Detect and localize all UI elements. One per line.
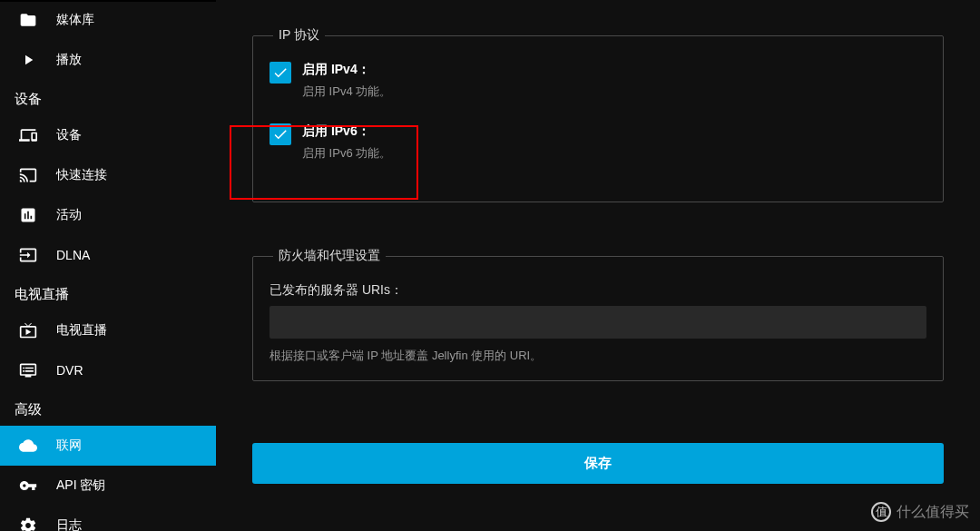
ipv4-desc: 启用 IPv4 功能。 bbox=[302, 84, 391, 100]
check-icon bbox=[272, 64, 289, 81]
sidebar-item-dlna[interactable]: DLNA bbox=[0, 235, 216, 275]
chart-icon bbox=[18, 205, 38, 225]
sidebar-item-label: 日志 bbox=[56, 517, 82, 531]
ipv6-text: 启用 IPv6： 启用 IPv6 功能。 bbox=[302, 123, 391, 162]
save-button[interactable]: 保存 bbox=[252, 443, 944, 484]
sidebar-item-label: 电视直播 bbox=[56, 322, 107, 339]
section-header-devices: 设备 bbox=[0, 80, 216, 115]
main-content: IP 协议 启用 IPv4： 启用 IPv4 功能。 启用 IPv6： 启用 I… bbox=[216, 0, 980, 531]
check-icon bbox=[272, 126, 289, 143]
tap-icon bbox=[18, 165, 38, 185]
firewall-fieldset: 防火墙和代理设置 已发布的服务器 URIs： 根据接口或客户端 IP 地址覆盖 … bbox=[252, 248, 944, 381]
watermark-text: 什么值得买 bbox=[897, 503, 969, 522]
uri-desc: 根据接口或客户端 IP 地址覆盖 Jellyfin 使用的 URI。 bbox=[270, 348, 926, 364]
key-icon bbox=[18, 476, 38, 496]
watermark: 值 什么值得买 bbox=[871, 502, 969, 522]
ip-protocol-fieldset: IP 协议 启用 IPv4： 启用 IPv4 功能。 启用 IPv6： 启用 I… bbox=[252, 27, 944, 202]
uri-label: 已发布的服务器 URIs： bbox=[270, 282, 926, 299]
sidebar-item-label: 媒体库 bbox=[56, 12, 94, 28]
sidebar-item-quick-connect[interactable]: 快速连接 bbox=[0, 155, 216, 195]
section-header-advanced: 高级 bbox=[0, 390, 216, 426]
folder-icon bbox=[18, 10, 38, 30]
sidebar-item-dvr[interactable]: DVR bbox=[0, 350, 216, 390]
play-icon bbox=[18, 50, 38, 70]
devices-icon bbox=[18, 125, 38, 145]
ipv6-label: 启用 IPv6： bbox=[302, 123, 391, 140]
ip-protocol-legend: IP 协议 bbox=[273, 27, 325, 44]
section-header-tv: 电视直播 bbox=[0, 275, 216, 310]
sidebar: 媒体库 播放 设备 设备 快速连接 活动 DLNA 电视直播 电视直播 DVR … bbox=[0, 0, 216, 531]
sidebar-item-networking[interactable]: 联网 bbox=[0, 426, 216, 466]
published-uris-input[interactable] bbox=[270, 306, 926, 339]
sidebar-item-label: 活动 bbox=[56, 207, 82, 223]
firewall-legend: 防火墙和代理设置 bbox=[273, 248, 386, 264]
ipv4-label: 启用 IPv4： bbox=[302, 62, 391, 78]
sidebar-item-activity[interactable]: 活动 bbox=[0, 195, 216, 235]
sidebar-item-label: 播放 bbox=[56, 52, 82, 68]
sidebar-item-devices[interactable]: 设备 bbox=[0, 115, 216, 155]
sidebar-item-playback[interactable]: 播放 bbox=[0, 40, 216, 80]
sidebar-item-live-tv[interactable]: 电视直播 bbox=[0, 310, 216, 350]
ipv6-row: 启用 IPv6： 启用 IPv6 功能。 bbox=[270, 123, 926, 162]
sidebar-item-label: DLNA bbox=[56, 248, 90, 262]
ipv4-text: 启用 IPv4： 启用 IPv4 功能。 bbox=[302, 62, 391, 100]
ipv6-desc: 启用 IPv6 功能。 bbox=[302, 145, 391, 162]
ipv4-row: 启用 IPv4： 启用 IPv4 功能。 bbox=[270, 62, 926, 100]
ipv6-checkbox[interactable] bbox=[270, 123, 291, 145]
sidebar-item-label: 联网 bbox=[56, 438, 82, 454]
sidebar-item-api-keys[interactable]: API 密钥 bbox=[0, 466, 216, 506]
sidebar-item-media-library[interactable]: 媒体库 bbox=[0, 0, 216, 40]
input-icon bbox=[18, 245, 38, 265]
sidebar-item-label: DVR bbox=[56, 363, 83, 378]
sidebar-item-label: 快速连接 bbox=[56, 167, 107, 183]
cloud-icon bbox=[18, 436, 38, 456]
tv-icon bbox=[18, 320, 38, 340]
sidebar-item-label: API 密钥 bbox=[56, 477, 105, 494]
settings-icon bbox=[18, 516, 38, 531]
ipv4-checkbox[interactable] bbox=[270, 62, 291, 84]
dvr-icon bbox=[18, 360, 38, 380]
sidebar-item-label: 设备 bbox=[56, 127, 82, 143]
watermark-badge: 值 bbox=[871, 502, 891, 522]
sidebar-item-logs[interactable]: 日志 bbox=[0, 506, 216, 531]
